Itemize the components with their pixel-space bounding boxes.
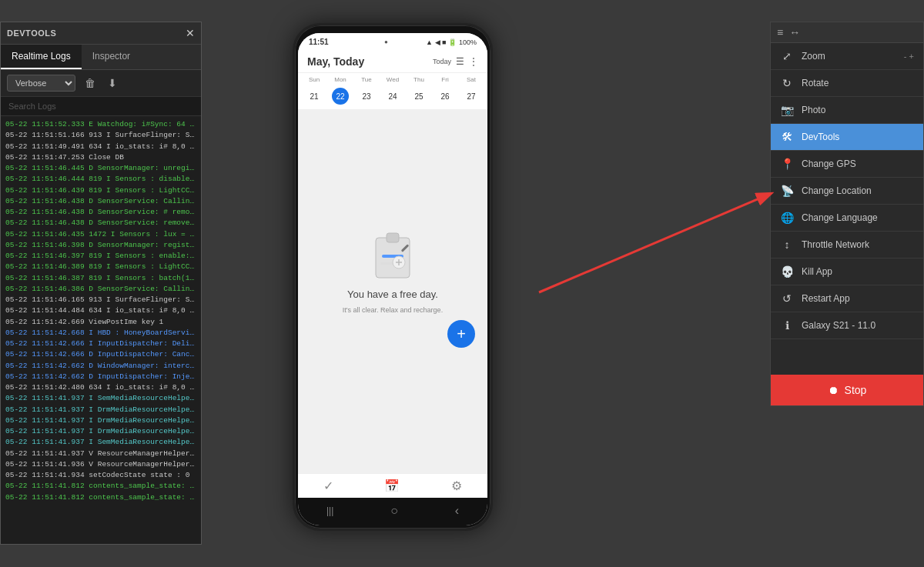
date-cell[interactable]: 24: [380, 88, 406, 105]
calendar-days-header: SunMonTueWedThuFriSat: [298, 73, 487, 86]
stop-button[interactable]: ⏺ Stop: [771, 375, 923, 405]
svg-rect-1: [387, 233, 399, 242]
nav-home[interactable]: ○: [390, 504, 398, 518]
date-cell[interactable]: 27: [458, 88, 484, 105]
bottom-tab-check[interactable]: ✓: [323, 479, 333, 493]
device-info-label: Galaxy S21 - 11.0: [802, 320, 875, 331]
panel-expand-icon[interactable]: ↔: [789, 26, 800, 38]
log-line: 05-22 11:51:46.439 819 I Sensors : Light…: [5, 185, 196, 196]
log-line: 05-22 11:51:41.937 I SemMediaResourceHel…: [5, 437, 196, 448]
calendar-menu-icon[interactable]: ☰: [456, 56, 464, 67]
panel-item-throttle-network[interactable]: ↕Throttle Network: [771, 232, 923, 258]
panel-item-device-info[interactable]: ℹGalaxy S21 - 11.0: [771, 312, 923, 339]
today-button[interactable]: Today: [433, 58, 451, 65]
devtools-tabs: Realtime Logs Inspector: [1, 45, 201, 70]
fab-button[interactable]: +: [447, 320, 475, 348]
restart-app-label: Restart App: [802, 293, 850, 304]
right-panel-header: ≡ ↔: [771, 22, 923, 43]
tab-realtime-logs[interactable]: Realtime Logs: [1, 45, 82, 69]
devtools-panel: DEVTOOLS ✕ Realtime Logs Inspector Verbo…: [0, 22, 202, 545]
day-label: Thu: [406, 75, 432, 85]
tab-inspector[interactable]: Inspector: [82, 45, 141, 69]
devtools-label: DevTools: [802, 132, 839, 142]
day-label: Sun: [301, 75, 327, 85]
download-logs-button[interactable]: ⬇: [105, 75, 120, 91]
panel-menu-items: ⤢Zoom- +↻Rotate📷Photo🛠DevTools📍Change GP…: [771, 43, 923, 375]
kill-app-label: Kill App: [802, 266, 832, 277]
stop-label: Stop: [845, 384, 867, 396]
day-label: Mon: [327, 75, 353, 85]
devtools-close-button[interactable]: ✕: [186, 27, 195, 39]
change-language-icon: 🌐: [780, 212, 794, 224]
nav-recents[interactable]: ‹: [455, 504, 459, 518]
panel-item-photo[interactable]: 📷Photo: [771, 97, 923, 124]
zoom-suffix: - +: [904, 52, 914, 61]
nav-back[interactable]: |||: [326, 505, 333, 516]
right-panel: ≡ ↔ ⤢Zoom- +↻Rotate📷Photo🛠DevTools📍Chang…: [770, 22, 924, 406]
log-line: 05-22 11:51:46.445 D SensorManager: unre…: [5, 163, 196, 174]
day-label: Fri: [432, 75, 458, 85]
status-time: 11:51: [309, 38, 329, 46]
change-language-label: Change Language: [802, 212, 878, 223]
day-label: Tue: [353, 75, 380, 85]
log-line: 05-22 11:51:41.937 I DrmMediaResourceHel…: [5, 426, 196, 437]
stop-icon: ⏺: [828, 384, 839, 396]
log-line: 05-22 11:51:42.662 D WindowManager: inte…: [5, 361, 196, 372]
phone-status-bar: 11:51 ● ▲ ◀ ■ 🔋 100%: [298, 33, 487, 49]
bottom-tab-calendar[interactable]: 📅: [384, 479, 400, 493]
log-line: 05-22 11:51:42.480 634 I io_stats: i# 8,…: [5, 382, 196, 393]
clear-logs-button[interactable]: 🗑: [82, 75, 99, 91]
calendar-header: May, Today Today ☰ ⋮: [298, 49, 487, 73]
log-line: 05-22 11:51:42.666 D InputDispatcher: Ca…: [5, 349, 196, 360]
bottom-tab-settings[interactable]: ⚙: [451, 479, 462, 493]
devtools-icon: 🛠: [780, 131, 794, 143]
photo-icon: 📷: [780, 104, 794, 116]
date-cell[interactable]: 21: [301, 88, 327, 105]
throttle-network-icon: ↕: [780, 238, 794, 251]
panel-item-zoom[interactable]: ⤢Zoom- +: [771, 43, 923, 70]
clipboard-illustration: [370, 228, 416, 282]
log-line: 05-22 11:51:41.937 I SemMediaResourceHel…: [5, 393, 196, 404]
rotate-icon: ↻: [780, 77, 794, 89]
search-logs-input[interactable]: [1, 97, 201, 116]
panel-item-restart-app[interactable]: ↺Restart App: [771, 285, 923, 312]
zoom-icon: ⤢: [780, 50, 794, 62]
device-info-icon: ℹ: [780, 319, 794, 332]
panel-item-change-location[interactable]: 📡Change Location: [771, 178, 923, 205]
log-line: 05-22 11:51:41.934 setCodecState state :…: [5, 470, 196, 481]
log-line: 05-22 11:51:46.397 819 I Sensors : enabl…: [5, 251, 196, 262]
panel-item-kill-app[interactable]: 💀Kill App: [771, 258, 923, 285]
panel-item-rotate[interactable]: ↻Rotate: [771, 70, 923, 97]
log-line: 05-22 11:51:46.386 D SensorService: Call…: [5, 284, 196, 295]
bottom-tabs: ✓ 📅 ⚙: [298, 473, 487, 498]
panel-item-change-language[interactable]: 🌐Change Language: [771, 205, 923, 232]
free-day-text: You have a free day.: [347, 289, 438, 300]
date-cell[interactable]: 26: [432, 88, 458, 105]
log-line: 05-22 11:51:46.438 D SensorService: # re…: [5, 207, 196, 218]
calendar-more-icon[interactable]: ⋮: [469, 56, 478, 67]
status-icons: ▲ ◀ ■ 🔋 100%: [426, 38, 477, 46]
free-day-sub: It's all clear. Relax and recharge.: [343, 306, 443, 314]
log-content[interactable]: 05-22 11:51:52.333 E Watchdog: i#Sync: 6…: [1, 116, 201, 544]
panel-item-devtools[interactable]: 🛠DevTools: [771, 124, 923, 151]
day-label: Wed: [380, 75, 406, 85]
log-level-select[interactable]: Verbose Debug Info Warning Error: [7, 75, 75, 92]
calendar-dates: 21222324252627: [298, 86, 487, 109]
date-cell[interactable]: 25: [406, 88, 432, 105]
panel-item-change-gps[interactable]: 📍Change GPS: [771, 151, 923, 178]
log-line: 05-22 11:51:41.812 contents_sample_state…: [5, 481, 196, 492]
kill-app-icon: 💀: [780, 265, 794, 278]
day-label: Sat: [458, 75, 484, 85]
panel-menu-icon[interactable]: ≡: [777, 26, 783, 38]
log-line: 05-22 11:51:41.937 V ResourceManagerHelp…: [5, 449, 196, 459]
date-cell[interactable]: 23: [353, 88, 380, 105]
throttle-network-label: Throttle Network: [802, 239, 869, 250]
log-line: 05-22 11:51:41.937 I DrmMediaResourceHel…: [5, 415, 196, 426]
phone-body: 11:51 ● ▲ ◀ ■ 🔋 100% May, Today Today ☰ …: [293, 23, 493, 531]
log-line: 05-22 11:51:42.669 ViewPostIme key 1: [5, 317, 196, 328]
date-cell[interactable]: 22: [332, 88, 349, 105]
log-line: 05-22 11:51:49.491 634 I io_stats: i# 8,…: [5, 142, 196, 152]
devtools-title: DEVTOOLS: [7, 28, 56, 38]
devtools-toolbar: Verbose Debug Info Warning Error 🗑 ⬇: [1, 70, 201, 97]
log-line: 05-22 11:51:46.444 819 I Sensors : disab…: [5, 174, 196, 185]
